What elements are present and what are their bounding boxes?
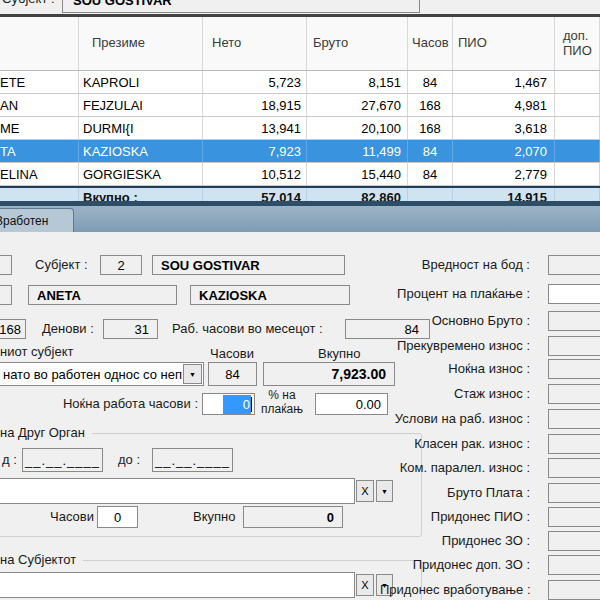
night-hours-selected-text: 0 <box>223 395 251 414</box>
right-field-label: Основно Бруто : <box>380 313 530 329</box>
top-partial-row: Субјект : SOU GOSTIVAR <box>0 0 600 14</box>
right-field-input <box>548 255 600 275</box>
pct-pay-input[interactable]: 0.00 <box>315 393 388 415</box>
table-cell: 2,779 <box>453 163 555 185</box>
night-hours-input[interactable]: 0 <box>202 393 255 415</box>
month-hours-label: Раб. часови во месецот : <box>172 321 323 337</box>
table-cell <box>555 71 600 93</box>
employment-type-value: нато во работен однос со неп <box>3 367 182 382</box>
employee-table: ПрезимеНетоБрутоЧасовПИОдоп. ПИО ETEKAPR… <box>0 17 600 207</box>
table-cell: 11,499 <box>307 140 408 162</box>
pct-pay-label-line2: плаќањ <box>255 403 309 416</box>
right-field-label: Придонес ПИО : <box>380 509 530 525</box>
night-hours-label: Ноќна работа часови : <box>60 396 198 412</box>
right-field-input <box>548 359 600 379</box>
table-row[interactable]: ETEKAPROLI5,7238,151841,467 <box>0 71 600 94</box>
subject-work-clear-button[interactable]: X <box>356 574 374 596</box>
date-from-input[interactable]: __.__.____ <box>22 448 103 472</box>
right-field-label: Придонес вработување : <box>380 582 530 598</box>
date-from-label: д : <box>2 452 17 468</box>
tab-employee-label: Вработен <box>0 214 48 228</box>
column-header: ПИО <box>453 17 555 70</box>
table-cell: 5,723 <box>203 71 307 93</box>
right-field-input <box>548 555 600 575</box>
table-cell: GORGIESKA <box>79 163 203 185</box>
table-cell: 27,670 <box>307 94 408 116</box>
right-field-label: Придонес доп. ЗО : <box>380 557 530 573</box>
subject-work-title: на Субјектот <box>0 553 83 567</box>
right-field-label: Бруто Плата : <box>380 485 530 501</box>
table-cell: 20,100 <box>307 117 408 139</box>
right-field-label: Процент на плаќање : <box>380 286 530 302</box>
right-field-label: Ноќна износ : <box>380 361 530 377</box>
total-column-header: Вкупно <box>318 346 360 362</box>
table-body: ETEKAPROLI5,7238,151841,467ANFEJZULAI18,… <box>0 71 600 186</box>
other-organ-clear-button[interactable]: X <box>356 480 374 502</box>
right-field-label: Вредност на бод : <box>380 257 530 273</box>
other-organ-combobox[interactable] <box>0 478 355 504</box>
pct-pay-label-line1: % на <box>255 389 309 402</box>
table-cell: ETE <box>0 71 79 93</box>
table-cell: TA <box>0 140 79 162</box>
right-field-input <box>548 507 600 527</box>
table-cell <box>555 117 600 139</box>
table-cell <box>555 140 600 162</box>
table-header-row: ПрезимеНетоБрутоЧасовПИОдоп. ПИО <box>0 17 600 71</box>
table-cell: 1,467 <box>453 71 555 93</box>
right-field-input <box>548 311 600 331</box>
right-field-input <box>548 458 600 478</box>
employee-detail-form: Субјект : 2 SOU GOSTIVAR ANETA KAZIOSKA … <box>0 232 600 600</box>
table-row[interactable]: TAKAZIOSKA7,92311,499842,070 <box>0 140 600 163</box>
days-label: Денови : <box>42 321 94 337</box>
right-field-label: Придонес ЗО : <box>380 533 530 549</box>
employment-type-dropdown[interactable]: нато во работен однос со неп <box>0 362 204 386</box>
table-cell: 84 <box>408 163 453 185</box>
hours-168-field: 168 <box>0 319 26 339</box>
main-total-field: 7,923.00 <box>263 362 395 386</box>
table-cell: 168 <box>408 94 453 116</box>
right-field-label: Стаж износ : <box>380 386 530 402</box>
subject-code-field: 2 <box>100 255 142 275</box>
employment-type-dropdown-button[interactable]: ▼ <box>183 364 202 384</box>
first-name-field: ANETA <box>28 285 177 305</box>
table-cell <box>555 163 600 185</box>
right-field-label: Ком. паралел. износ : <box>380 460 530 476</box>
table-row[interactable]: ANFEJZULAI18,91527,6701684,981 <box>0 94 600 117</box>
other-organ-title: на Друг Орган <box>0 426 92 440</box>
table-cell: DURMI{I <box>79 117 203 139</box>
column-header: Бруто <box>307 17 408 70</box>
column-header: Презиме <box>79 17 203 70</box>
table-cell: 84 <box>408 140 453 162</box>
subject-label: Субјект : <box>35 257 88 273</box>
right-field-input <box>548 409 600 429</box>
column-header <box>0 17 79 70</box>
tab-employee[interactable]: Вработен <box>0 208 74 232</box>
table-cell <box>555 94 600 116</box>
table-cell: 2,070 <box>453 140 555 162</box>
chevron-down-icon: ▼ <box>189 371 196 378</box>
right-field-input[interactable] <box>548 284 600 304</box>
date-to-input[interactable]: __.__.____ <box>152 448 233 472</box>
table-cell: KAPROLI <box>79 71 203 93</box>
subject-work-combobox[interactable] <box>0 572 355 598</box>
section-header-bar: Вработен <box>0 206 600 232</box>
hours-column-header: Часови <box>210 346 254 362</box>
column-header: Нето <box>203 17 307 70</box>
cut-field-a <box>0 255 12 275</box>
right-field-label: Услови на раб. износ : <box>380 411 530 427</box>
table-cell: 3,618 <box>453 117 555 139</box>
table-cell: 84 <box>408 71 453 93</box>
table-row[interactable]: ELINAGORGIESKA10,51215,440842,779 <box>0 163 600 186</box>
right-field-label: Класен рак. износ : <box>380 436 530 452</box>
main-subject-section-label: ниот субјект <box>0 344 73 360</box>
table-cell: ELINA <box>0 163 79 185</box>
other-organ-hours-input[interactable]: 0 <box>97 506 138 528</box>
table-row[interactable]: MEDURMI{I13,94120,1001683,618 <box>0 117 600 140</box>
table-cell: FEJZULAI <box>79 94 203 116</box>
table-cell: 168 <box>408 117 453 139</box>
column-header: Часов <box>408 17 453 70</box>
table-cell: 8,151 <box>307 71 408 93</box>
days-field: 31 <box>103 319 158 339</box>
table-cell: 13,941 <box>203 117 307 139</box>
right-field-input <box>548 336 600 356</box>
